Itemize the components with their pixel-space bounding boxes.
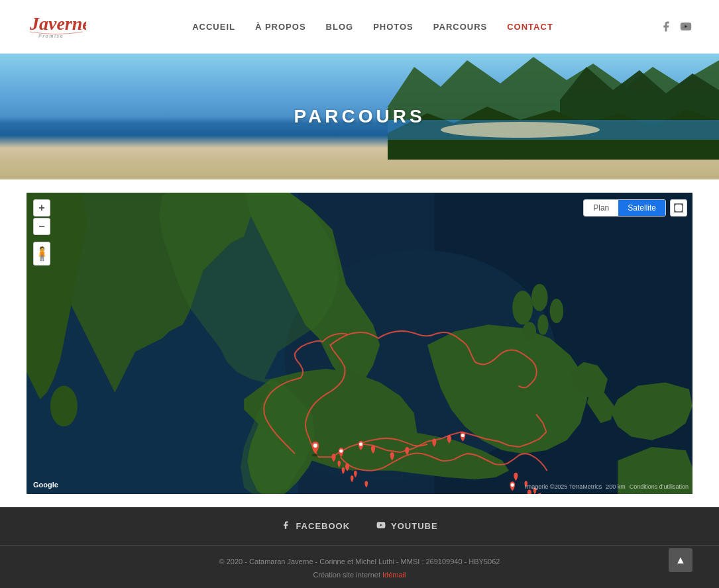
svg-text:Javerne: Javerne xyxy=(29,13,86,34)
nav-accueil[interactable]: ACCUEIL xyxy=(192,22,235,32)
header-social xyxy=(659,20,692,33)
youtube-icon[interactable] xyxy=(679,20,692,33)
logo[interactable]: Javerne Promise xyxy=(27,7,86,46)
copyright-text: © 2020 - Catamaran Javerne - Corinne et … xyxy=(10,556,709,569)
svg-rect-30 xyxy=(675,204,683,212)
youtube-footer-icon xyxy=(376,520,386,532)
zoom-out-button[interactable]: − xyxy=(33,218,50,235)
map-footer-info: Imagerie ©2025 TerraMetrics 200 km Condi… xyxy=(521,482,692,491)
footer-social: FACEBOOK YOUTUBE xyxy=(0,507,719,545)
svg-point-18 xyxy=(537,315,548,335)
nav-contact[interactable]: CONTACT xyxy=(507,22,553,32)
hero-title: PARCOURS xyxy=(294,106,425,127)
idemail-link[interactable]: Idémail xyxy=(382,571,406,579)
facebook-icon[interactable] xyxy=(659,20,673,33)
svg-point-16 xyxy=(531,284,548,311)
svg-point-17 xyxy=(550,299,564,323)
facebook-label: FACEBOOK xyxy=(296,521,350,531)
svg-point-8 xyxy=(441,122,600,138)
map-section: + − 🧍 Plan Satellite Google xyxy=(0,179,719,507)
scroll-to-top-button[interactable]: ▲ xyxy=(669,548,692,572)
nav-photos[interactable]: PHOTOS xyxy=(373,22,414,32)
pegman-icon: 🧍 xyxy=(34,246,50,262)
fullscreen-button[interactable] xyxy=(670,199,687,217)
chevron-up-icon: ▲ xyxy=(675,554,686,566)
header: Javerne Promise ACCUEIL À PROPOS BLOG PH… xyxy=(0,0,719,54)
google-logo: Google xyxy=(33,481,58,489)
svg-text:Promise: Promise xyxy=(38,34,64,38)
svg-point-23 xyxy=(359,442,362,446)
svg-point-25 xyxy=(511,483,514,487)
creation-text: Création site internet Idémail xyxy=(10,569,709,582)
svg-point-20 xyxy=(312,454,319,456)
youtube-label: YOUTUBE xyxy=(391,521,438,531)
nav-blog[interactable]: BLOG xyxy=(326,22,354,32)
hero-banner: PARCOURS xyxy=(0,54,719,179)
footer-bottom: © 2020 - Catamaran Javerne - Corinne et … xyxy=(0,545,719,588)
svg-point-24 xyxy=(461,434,465,437)
map-container[interactable]: + − 🧍 Plan Satellite Google xyxy=(27,193,692,494)
map-type-controls: Plan Satellite xyxy=(583,199,666,217)
imagery-credit: Imagerie ©2025 TerraMetrics xyxy=(525,483,602,490)
logo-main: Javerne Promise xyxy=(27,7,86,46)
main-nav: ACCUEIL À PROPOS BLOG PHOTOS PARCOURS CO… xyxy=(192,22,553,32)
footer: FACEBOOK YOUTUBE © 2020 - Catamaran Jave… xyxy=(0,507,719,588)
zoom-in-button[interactable]: + xyxy=(33,199,50,217)
svg-point-15 xyxy=(512,291,533,324)
plan-button[interactable]: Plan xyxy=(584,200,618,216)
youtube-footer-link[interactable]: YOUTUBE xyxy=(376,520,438,532)
svg-point-19 xyxy=(523,322,537,341)
map-controls: + − 🧍 xyxy=(33,199,50,266)
scale-indicator: 200 km xyxy=(606,483,626,490)
svg-point-22 xyxy=(339,449,343,452)
street-view-button[interactable]: 🧍 xyxy=(33,242,50,266)
nav-parcours[interactable]: PARCOURS xyxy=(433,22,487,32)
terms-link[interactable]: Conditions d'utilisation xyxy=(630,483,689,490)
nav-apropos[interactable]: À PROPOS xyxy=(255,22,306,32)
svg-point-14 xyxy=(50,386,78,427)
satellite-button[interactable]: Satellite xyxy=(618,200,665,216)
svg-point-21 xyxy=(313,444,317,448)
facebook-footer-link[interactable]: FACEBOOK xyxy=(281,520,350,532)
facebook-footer-icon xyxy=(281,520,290,532)
